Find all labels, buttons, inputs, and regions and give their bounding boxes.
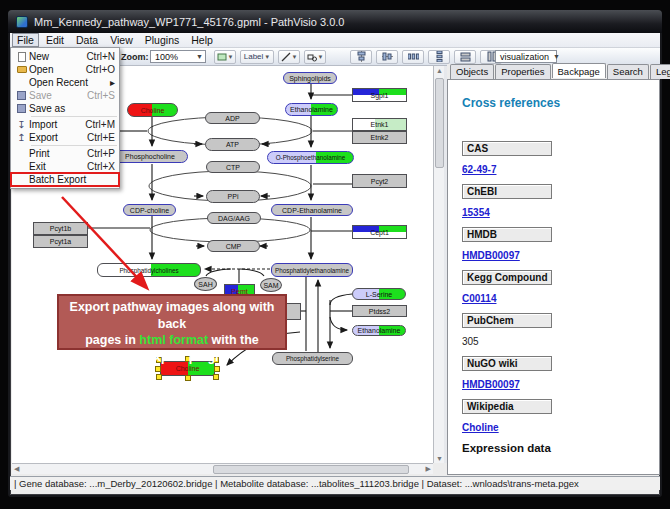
file-menu-item-save[interactable]: SaveCtrl+S [11, 89, 119, 102]
crossref-link[interactable]: HMDB00097 [462, 379, 520, 390]
crossref-section: NuGO wikiHMDB00097 [462, 356, 659, 390]
line-tool-button[interactable]: ▼ [278, 50, 300, 64]
scroll-up-icon[interactable]: ▲ [436, 67, 443, 74]
crossref-value-row: C00114 [462, 293, 659, 304]
selection-handle[interactable] [156, 374, 162, 380]
annotation-callout: Export pathway images along with back pa… [57, 294, 287, 350]
node-l-serine[interactable]: L-Serine [352, 288, 406, 300]
distribute-vertical-button[interactable] [428, 50, 450, 64]
node-cdp-choline[interactable]: CDP-choline [123, 204, 176, 216]
zoom-combobox[interactable]: 100% ▼ [150, 50, 206, 63]
node-pcyt2[interactable]: Pcyt2 [352, 174, 407, 188]
node-ethanolamine[interactable]: Ethanolamine [285, 103, 338, 116]
node-label: Phosphatidylserine [286, 355, 339, 362]
tab-legend[interactable]: Legend [650, 64, 670, 79]
node-pcyt1a[interactable]: Pcyt1a [33, 235, 88, 248]
node-ethanolamine[interactable]: Ethanolamine [352, 325, 406, 336]
zoom-value: 100% [155, 52, 178, 62]
node-ptdss2[interactable]: Ptdss2 [352, 305, 407, 317]
tab-backpage[interactable]: Backpage [552, 63, 606, 78]
crossref-section: ChEBI15354 [462, 184, 659, 218]
file-menu-item-print[interactable]: PrintCtrl+P [11, 147, 119, 160]
node-o-phosphoethanolamine[interactable]: O-Phosphoethanolamine [267, 151, 354, 164]
selection-handle[interactable] [155, 366, 161, 372]
node-sgpl1[interactable]: Sgpl1 [352, 88, 407, 102]
node-pcyt1b[interactable]: Pcyt1b [33, 222, 88, 235]
menu-help[interactable]: Help [186, 33, 218, 47]
expression-data-heading: Expression data [462, 442, 659, 454]
node-phosphatidylethanolamine[interactable]: Phosphatidylethanolamine [271, 263, 353, 277]
crossref-database-name: CAS [462, 141, 552, 156]
callout-line2: pages in html format with the [59, 332, 285, 349]
menu-item-shortcut: Ctrl+O [86, 64, 115, 75]
vertical-scroll-thumb[interactable] [435, 78, 444, 168]
align-middle-button[interactable] [376, 50, 398, 64]
canvas-vertical-scrollbar[interactable]: ▲ ▼ [433, 66, 444, 463]
crossref-value-row: HMDB00097 [462, 250, 659, 261]
crossref-link[interactable]: Choline [462, 422, 499, 433]
crossref-link[interactable]: C00114 [462, 293, 496, 304]
menu-plugins[interactable]: Plugins [140, 33, 184, 47]
node-adp[interactable]: ADP [205, 112, 260, 124]
node-phosphatidylcholines[interactable]: Phosphatidylcholines [97, 263, 201, 277]
file-menu-item-export[interactable]: ↥ExportCtrl+E [11, 131, 119, 144]
tab-properties[interactable]: Properties [495, 64, 550, 79]
menu-item-label: Import [29, 119, 85, 130]
callout-line3: HtmlExport plugin [59, 349, 285, 366]
node-cdp-ethanolamine[interactable]: CDP-Ethanolamine [271, 204, 353, 216]
node-sam[interactable]: SAM [260, 278, 282, 292]
node-cept1[interactable]: Cept1 [352, 225, 407, 239]
tab-search[interactable]: Search [607, 64, 649, 79]
selection-handle[interactable] [213, 374, 219, 380]
menu-edit[interactable]: Edit [41, 33, 69, 47]
node-cmp[interactable]: CMP [207, 240, 260, 252]
file-menu-item-open-recent[interactable]: Open Recent▸ [11, 76, 119, 89]
selection-handle[interactable] [185, 375, 191, 381]
horizontal-scroll-thumb[interactable] [213, 465, 409, 474]
title-bar[interactable]: Mm_Kennedy_pathway_WP1771_45176.gpml - P… [8, 10, 662, 33]
node-phosphocholine[interactable]: Phosphocholine [112, 150, 188, 163]
file-menu-item-save-as[interactable]: Save as [11, 102, 119, 115]
crossref-link[interactable]: 15354 [462, 207, 490, 218]
file-menu-item-open[interactable]: OpenCtrl+O [11, 63, 119, 76]
new-datanode-button[interactable]: ▼ [214, 50, 236, 64]
callout-line1: Export pathway images along with back [59, 299, 285, 332]
common-width-button[interactable] [454, 50, 476, 64]
node-dag-aag[interactable]: DAG/AAG [207, 212, 261, 224]
node-label: Cept1 [370, 229, 389, 236]
distribute-horizontal-button[interactable] [402, 50, 424, 64]
node-choline[interactable]: Choline [127, 103, 178, 117]
file-menu-item-import[interactable]: ↧ImportCtrl+M [11, 118, 119, 131]
crossref-value-row: 62-49-7 [462, 164, 659, 175]
visualization-combobox[interactable]: visualization ▼ [495, 50, 557, 63]
label-tool-button[interactable]: Label▼ [240, 50, 274, 64]
selection-handle[interactable] [214, 366, 220, 372]
node-atp[interactable]: ATP [205, 138, 260, 151]
node-sphingolipids[interactable]: Sphingolipids [283, 72, 337, 84]
scroll-right-icon[interactable]: ▶ [426, 465, 431, 473]
node-label: SAM [263, 282, 278, 289]
tab-objects[interactable]: Objects [450, 64, 494, 79]
node-ctp[interactable]: CTP [206, 161, 260, 173]
node-ppi[interactable]: PPi [206, 190, 260, 203]
menu-item-shortcut: Ctrl+E [87, 132, 115, 143]
file-menu-item-new[interactable]: NewCtrl+N [11, 50, 119, 63]
node-etnk1[interactable]: Etnk1 [352, 118, 407, 131]
node-label: Sphingolipids [289, 75, 331, 82]
scroll-down-icon[interactable]: ▼ [436, 455, 443, 462]
scroll-left-icon[interactable]: ◀ [14, 465, 19, 473]
canvas-horizontal-scrollbar[interactable]: ◀ ▶ [12, 463, 433, 474]
status-bar: | Gene database: ...m_Derby_20120602.bri… [10, 476, 660, 490]
node-sah[interactable]: SAH [194, 277, 217, 291]
shape-tool-button[interactable]: ▼ [304, 50, 326, 64]
menu-data[interactable]: Data [71, 33, 103, 47]
align-center-button[interactable] [350, 50, 372, 64]
node-etnk2[interactable]: Etnk2 [352, 131, 407, 144]
node-label: Ptdss2 [369, 308, 390, 315]
menu-file[interactable]: File [12, 33, 39, 47]
file-menu-item-exit[interactable]: ExitCtrl+X [11, 160, 119, 173]
crossref-link[interactable]: HMDB00097 [462, 250, 520, 261]
file-menu-item-batch-export[interactable]: Batch Export [11, 173, 119, 186]
crossref-link[interactable]: 62-49-7 [462, 164, 496, 175]
menu-view[interactable]: View [105, 33, 138, 47]
